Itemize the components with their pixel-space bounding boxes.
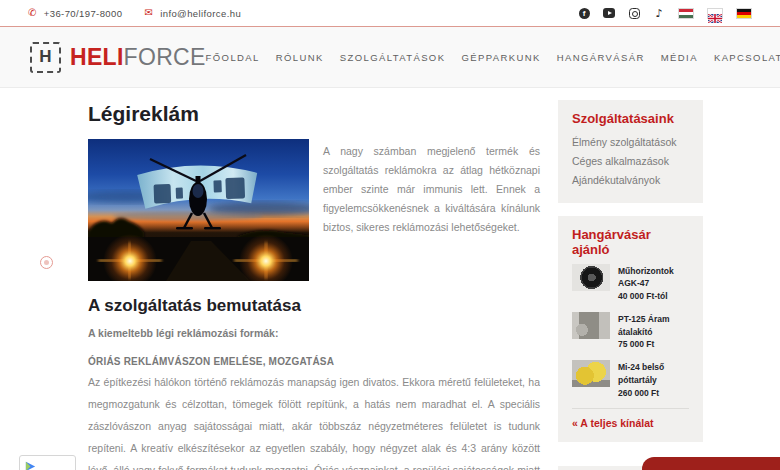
youtube-icon[interactable] (603, 7, 615, 19)
topbar: ✆ +36-70/197-8000 ✉ info@heliforce.hu f … (0, 0, 780, 27)
brand-name: HELIFORCE (70, 44, 206, 71)
body-paragraph: Az építkezési hálókon történő reklámozás… (88, 371, 540, 470)
hungarian-flag-icon[interactable] (678, 8, 694, 19)
logo-h-mark-icon: H (30, 42, 61, 73)
nav-item-media[interactable]: MÉDIA (661, 52, 698, 63)
nav-item-gepparkunk[interactable]: GÉPPARKUNK (461, 52, 540, 63)
subsection-title: ÓRIÁS REKLÁMVÁSZON EMELÉSE, MOZGATÁSA (88, 356, 540, 367)
hangar-item-name: Mi-24 belső póttartály (618, 361, 689, 387)
intro-paragraph: A nagy számban megjelenő termék és szolg… (323, 139, 540, 281)
site-header: H HELIFORCE FŐOLDAL RÓLUNK SZOLGÁLTATÁSO… (0, 27, 780, 88)
hangar-title: Hangárvásár ajánló (572, 227, 689, 257)
converter-thumbnail (572, 312, 610, 339)
mail-icon: ✉ (144, 8, 153, 18)
phone-icon: ✆ (28, 8, 37, 18)
services-title: Szolgáltatásaink (572, 111, 689, 126)
sidebar-link-ceges[interactable]: Céges alkalmazások (572, 152, 689, 171)
tiktok-icon[interactable]: ♪ (653, 7, 665, 19)
german-flag-icon[interactable] (736, 8, 752, 19)
main-nav: FŐOLDAL RÓLUNK SZOLGÁLTATÁSOK GÉPPARKUNK… (206, 52, 780, 63)
gauge-thumbnail (572, 264, 610, 291)
section-title: A szolgáltatás bemutatása (88, 296, 540, 316)
nav-item-hangarvasar[interactable]: HANGÁRVÁSÁR (557, 52, 645, 63)
phone-number: +36-70/197-8000 (44, 8, 123, 19)
topbar-right: f ♪ (578, 7, 752, 19)
british-flag-icon[interactable] (707, 8, 723, 19)
sidebar-link-ajandek[interactable]: Ajándékutalványok (572, 171, 689, 190)
hangar-item-horizon[interactable]: Műhorizontok AGK-47 40 000 Ft-tól (572, 264, 689, 303)
intro-row: A nagy számban megjelenő termék és szolg… (88, 139, 540, 281)
instagram-icon[interactable] (628, 7, 640, 19)
nav-item-kapcsolat[interactable]: KAPCSOLAT (714, 52, 780, 63)
hero-image-air-advertising (88, 139, 309, 281)
services-box: Szolgáltatásaink Élmény szolgáltatások C… (558, 100, 703, 203)
slider-dot-indicator (40, 256, 53, 269)
lead-text: A kiemeltebb légi reklámozási formák: (88, 327, 540, 339)
recaptcha-icon (24, 460, 37, 470)
page-title: Légireklám (88, 102, 540, 126)
email-link[interactable]: ✉ info@heliforce.hu (144, 8, 241, 19)
hangar-box: Hangárvásár ajánló Műhorizontok AGK-47 4… (558, 216, 703, 443)
hangar-item-price: 260 000 Ft (618, 387, 689, 400)
divider (572, 408, 689, 409)
hangar-item-price: 75 000 Ft (618, 338, 689, 351)
tank-thumbnail (572, 360, 610, 387)
nav-item-fooldal[interactable]: FŐOLDAL (206, 52, 260, 63)
main-layout: Légireklám (0, 88, 780, 470)
sidebar: Szolgáltatásaink Élmény szolgáltatások C… (558, 100, 703, 470)
heliforce-logo[interactable]: H HELIFORCE (30, 42, 206, 73)
article-content: Légireklám (88, 100, 540, 470)
cookie-consent-banner[interactable] (642, 457, 780, 470)
hangar-item-name: Műhorizontok AGK-47 (618, 265, 689, 291)
phone-link[interactable]: ✆ +36-70/197-8000 (28, 8, 122, 19)
full-catalog-link[interactable]: « A teljes kínálat (572, 417, 689, 429)
nav-item-rolunk[interactable]: RÓLUNK (276, 52, 324, 63)
email-address: info@heliforce.hu (160, 8, 241, 19)
hangar-item-price: 40 000 Ft-tól (618, 290, 689, 303)
sidebar-link-elmeny[interactable]: Élmény szolgáltatások (572, 133, 689, 152)
hangar-item-name: PT-125 Áram átalakító (618, 313, 689, 339)
recaptcha-badge[interactable] (19, 455, 76, 470)
facebook-icon[interactable]: f (578, 7, 590, 19)
hangar-item-converter[interactable]: PT-125 Áram átalakító 75 000 Ft (572, 312, 689, 351)
nav-item-szolgaltatasok[interactable]: SZOLGÁLTATÁSOK (340, 52, 446, 63)
hangar-item-tank[interactable]: Mi-24 belső póttartály 260 000 Ft (572, 360, 689, 399)
contact-links: ✆ +36-70/197-8000 ✉ info@heliforce.hu (28, 8, 241, 19)
